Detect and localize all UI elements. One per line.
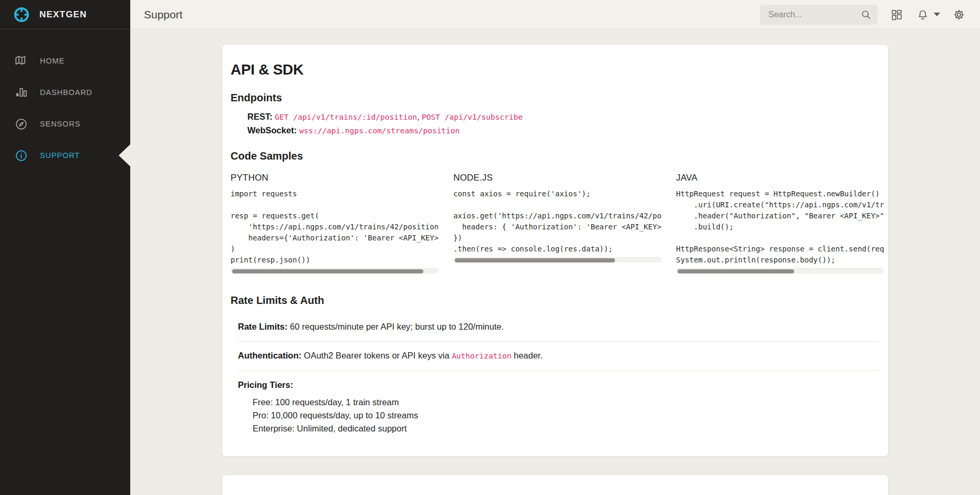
- active-item-notch: [119, 144, 130, 166]
- sidebar-item-label: SENSORS: [40, 120, 80, 128]
- rate-limits-block: Rate Limits: 60 requests/minute per API …: [238, 313, 880, 444]
- search-icon[interactable]: [859, 7, 873, 22]
- content-area: API & SDK Endpoints REST: GET /api/v1/tr…: [130, 29, 980, 495]
- sidebar-nav: HOME DASHBOARD SENSORS: [0, 29, 130, 171]
- documentation-title: Documentation: [231, 493, 880, 495]
- scrollbar-thumb[interactable]: [232, 269, 423, 273]
- pricing-tiers-row: Pricing Tiers: Free: 100 requests/day, 1…: [238, 371, 880, 444]
- tier-pro: Pro: 10,000 requests/day, up to 10 strea…: [253, 409, 880, 422]
- authentication-text-before: OAuth2 Bearer tokens or API keys via: [301, 351, 452, 360]
- code-block[interactable]: import requests resp = requests.get( 'ht…: [231, 188, 439, 266]
- sidebar: NEXTGEN HOME DASHBOARD: [0, 0, 130, 495]
- code-samples-heading: Code Samples: [231, 150, 880, 162]
- sample-lang-label: JAVA: [676, 173, 884, 183]
- nextgen-logo-icon: [13, 6, 30, 24]
- gear-icon[interactable]: [952, 7, 966, 22]
- main-area: Support: [130, 0, 980, 495]
- page-title: Support: [144, 8, 183, 21]
- code-block[interactable]: HttpRequest request = HttpRequest.newBui…: [676, 188, 884, 266]
- brand-name: NEXTGEN: [39, 9, 87, 20]
- code-block[interactable]: const axios = require('axios'); axios.ge…: [453, 188, 661, 255]
- tier-free: Free: 100 requests/day, 1 train stream: [253, 396, 880, 409]
- api-sdk-card: API & SDK Endpoints REST: GET /api/v1/tr…: [222, 44, 889, 457]
- rate-limits-row: Rate Limits: 60 requests/minute per API …: [238, 313, 880, 342]
- compass-icon: [14, 117, 28, 131]
- api-card-title: API & SDK: [231, 61, 880, 78]
- sidebar-item-home[interactable]: HOME: [0, 45, 130, 77]
- pricing-tiers-label: Pricing Tiers:: [238, 380, 293, 389]
- sample-lang-label: NODE.JS: [453, 173, 661, 183]
- topbar-actions: [760, 5, 966, 25]
- brand: NEXTGEN: [0, 0, 130, 29]
- websocket-label: WebSocket:: [247, 125, 297, 135]
- authentication-row: Authentication: OAuth2 Bearer tokens or …: [238, 342, 880, 371]
- topbar: Support: [130, 0, 980, 29]
- sidebar-item-label: HOME: [40, 57, 65, 65]
- endpoints-block: REST: GET /api/v1/trains/:id/position, P…: [247, 110, 880, 138]
- grid-icon[interactable]: [889, 7, 904, 22]
- rate-limits-text: 60 requests/minute per API key; burst up…: [287, 322, 504, 331]
- authentication-label: Authentication:: [238, 351, 301, 360]
- horizontal-scrollbar[interactable]: [676, 268, 884, 273]
- code-sample-python: PYTHON import requests resp = requests.g…: [231, 168, 439, 273]
- horizontal-scrollbar[interactable]: [231, 268, 439, 273]
- info-icon: [14, 149, 28, 163]
- code-samples-grid: PYTHON import requests resp = requests.g…: [231, 168, 880, 273]
- bell-icon[interactable]: [915, 7, 930, 22]
- notifications-control: [915, 7, 940, 22]
- map-icon: [14, 54, 28, 68]
- sidebar-item-sensors[interactable]: SENSORS: [0, 108, 130, 140]
- documentation-card: Documentation Onboarding Guide System Re…: [222, 475, 889, 495]
- tier-enterprise: Enterprise: Unlimited, dedicated support: [253, 422, 880, 435]
- scrollbar-thumb[interactable]: [455, 258, 615, 262]
- horizontal-scrollbar[interactable]: [453, 257, 661, 262]
- code-sample-java: JAVA HttpRequest request = HttpRequest.n…: [676, 168, 884, 273]
- search-box[interactable]: [760, 5, 878, 25]
- sample-lang-label: PYTHON: [231, 173, 439, 183]
- rate-limits-heading: Rate Limits & Auth: [231, 294, 880, 307]
- code-sample-nodejs: NODE.JS const axios = require('axios'); …: [453, 168, 661, 273]
- sidebar-item-dashboard[interactable]: DASHBOARD: [0, 77, 130, 108]
- chevron-down-icon[interactable]: [934, 13, 940, 16]
- rest-endpoint-line: REST: GET /api/v1/trains/:id/position, P…: [247, 110, 880, 124]
- endpoint-separator: ,: [417, 112, 422, 121]
- endpoints-heading: Endpoints: [231, 92, 880, 104]
- websocket-endpoint-line: WebSocket: wss://api.ngps.com/streams/po…: [247, 124, 880, 138]
- rest-post-endpoint: POST /api/v1/subscribe: [422, 113, 523, 121]
- bar-chart-icon: [14, 86, 28, 100]
- authentication-text-after: header.: [512, 351, 543, 360]
- scrollbar-thumb[interactable]: [677, 269, 794, 273]
- websocket-endpoint: wss://api.ngps.com/streams/position: [299, 127, 460, 135]
- sidebar-item-label: SUPPORT: [40, 151, 80, 160]
- rate-limits-label: Rate Limits:: [238, 322, 287, 331]
- rest-get-endpoint: GET /api/v1/trains/:id/position: [275, 113, 417, 121]
- sidebar-item-label: DASHBOARD: [40, 88, 92, 97]
- rest-label: REST:: [247, 112, 273, 121]
- authorization-code: Authorization: [452, 352, 512, 360]
- sidebar-item-support[interactable]: SUPPORT: [0, 140, 130, 171]
- pricing-tiers-list: Free: 100 requests/day, 1 train stream P…: [253, 396, 880, 435]
- search-input[interactable]: [767, 9, 859, 20]
